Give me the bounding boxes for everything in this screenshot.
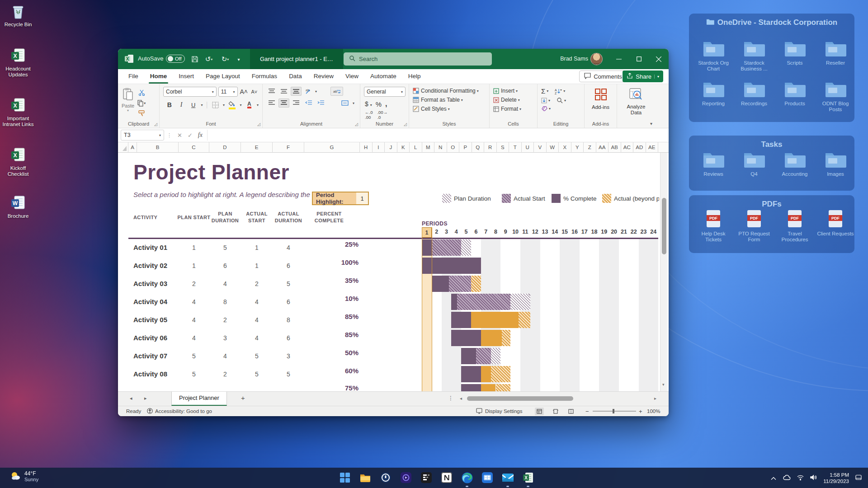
ribbon-tab-data[interactable]: Data xyxy=(283,69,308,84)
new-sheet-button[interactable]: + xyxy=(241,394,245,402)
next-sheet-arrow[interactable]: ▸ xyxy=(144,395,147,401)
cell-value[interactable]: 3 xyxy=(209,334,241,342)
font-dialog-launcher[interactable]: ◿ xyxy=(257,122,260,127)
column-header-AB[interactable]: AB xyxy=(609,142,621,153)
hscroll-thumb[interactable] xyxy=(467,396,573,401)
analyze-data-button[interactable]: Analyze Data xyxy=(624,88,648,116)
cell-value[interactable]: 4 xyxy=(176,316,212,324)
column-header-Y[interactable]: Y xyxy=(571,142,584,153)
vertical-scrollbar[interactable]: ▾ xyxy=(660,153,667,391)
column-header-F[interactable]: F xyxy=(273,142,304,153)
comments-button[interactable]: Comments xyxy=(579,70,627,82)
cell-percent[interactable]: 25% xyxy=(304,240,359,248)
autosum-button[interactable]: Σ▾ xyxy=(541,87,548,95)
quick-access-menu-icon[interactable]: ▾ xyxy=(235,55,243,63)
cell-activity-name[interactable]: Activity 08 xyxy=(133,370,167,378)
format-cells-button[interactable]: Format▾ xyxy=(493,106,533,112)
cell-value[interactable]: 3 xyxy=(273,352,304,360)
period-number-10[interactable]: 10 xyxy=(510,229,520,235)
merge-dropdown[interactable]: ▾ xyxy=(353,101,354,105)
ribbon-tab-page-layout[interactable]: Page Layout xyxy=(200,69,246,84)
confirm-entry-icon[interactable]: ✓ xyxy=(185,132,195,139)
comma-style-button[interactable]: , xyxy=(385,100,387,108)
excel-app-icon[interactable]: X xyxy=(124,54,134,64)
normal-view-button[interactable] xyxy=(535,408,544,415)
merge-center-button[interactable] xyxy=(339,99,351,108)
network-wifi-icon[interactable] xyxy=(797,474,804,482)
taskbar-icon-mail[interactable] xyxy=(500,470,515,485)
desktop-icon-headcount-updates[interactable]: XHeadcount Updates xyxy=(0,48,36,78)
ribbon-tab-view[interactable]: View xyxy=(340,69,364,84)
period-number-4[interactable]: 4 xyxy=(451,229,461,235)
increase-decimal-button[interactable]: ←.0.00 xyxy=(365,110,373,120)
page-layout-view-button[interactable] xyxy=(551,408,560,415)
cell-value[interactable]: 6 xyxy=(273,334,304,342)
align-middle-button[interactable] xyxy=(278,87,289,96)
desktop-icon-recycle-bin[interactable]: Recycle Bin xyxy=(0,4,36,28)
decrease-indent-button[interactable] xyxy=(303,99,314,108)
period-number-2[interactable]: 2 xyxy=(432,229,442,235)
taskbar-clock[interactable]: 1:58 PM 11/29/2023 xyxy=(823,472,849,484)
align-right-button[interactable] xyxy=(291,99,302,108)
column-header-AA[interactable]: AA xyxy=(596,142,609,153)
cell-value[interactable]: 5 xyxy=(273,371,304,378)
cell-value[interactable]: 4 xyxy=(241,298,273,305)
ribbon-tab-automate[interactable]: Automate xyxy=(364,69,402,84)
period-highlight-value[interactable]: 1 xyxy=(356,192,368,204)
fill-button[interactable]: ▾ xyxy=(541,97,550,103)
period-number-7[interactable]: 7 xyxy=(481,229,491,235)
fence-item-scripts[interactable]: Scripts xyxy=(775,40,815,66)
fill-color-dropdown[interactable]: ▾ xyxy=(240,103,242,107)
zoom-out-button[interactable]: − xyxy=(585,408,589,415)
cell-percent[interactable]: 50% xyxy=(304,349,359,357)
paste-button[interactable]: Paste ▾ xyxy=(122,87,134,117)
underline-button[interactable]: U xyxy=(189,101,198,109)
cell-value[interactable]: 4 xyxy=(176,334,212,342)
fence-item-pto-request-form[interactable]: PDFPTO Request Form xyxy=(734,210,774,243)
fence-item-odnt-blog-posts[interactable]: ODNT Blog Posts xyxy=(816,80,855,113)
fence-item-q4[interactable]: Q4 xyxy=(734,151,774,177)
cell-activity-name[interactable]: Activity 07 xyxy=(133,352,167,360)
cell-value[interactable]: 6 xyxy=(273,262,304,269)
clipboard-dialog-launcher[interactable]: ◿ xyxy=(154,122,157,127)
volume-icon[interactable] xyxy=(810,474,817,482)
vscroll-down-arrow[interactable]: ▾ xyxy=(662,382,665,387)
notification-center-icon[interactable] xyxy=(855,474,862,482)
increase-font-icon[interactable]: A˄ xyxy=(240,88,248,96)
taskbar-icon-windows-app[interactable] xyxy=(480,470,495,485)
column-header-H[interactable]: H xyxy=(360,142,373,153)
fence-item-stardock-business-[interactable]: Stardock Business ... xyxy=(734,40,774,72)
delete-cells-button[interactable]: Delete▾ xyxy=(493,97,533,103)
cell-value[interactable]: 8 xyxy=(209,298,241,305)
cell-value[interactable]: 2 xyxy=(176,280,212,287)
display-settings-label[interactable]: Display Settings xyxy=(485,408,522,414)
cell-value[interactable]: 6 xyxy=(273,298,304,305)
desktop-icon-kickoff-checklist[interactable]: XKickoff Checklist xyxy=(0,147,36,177)
column-header-C[interactable]: C xyxy=(179,142,209,153)
ribbon-tab-help[interactable]: Help xyxy=(402,69,427,84)
tab-overflow-menu-icon[interactable]: ⋮ xyxy=(448,395,453,401)
display-settings-icon[interactable] xyxy=(476,408,482,414)
column-header-I[interactable]: I xyxy=(373,142,385,153)
save-icon[interactable] xyxy=(189,54,200,65)
name-box[interactable]: T3▾ xyxy=(121,130,164,141)
sheet-canvas[interactable]: Project PlannerSelect a period to highli… xyxy=(118,153,659,391)
zoom-level[interactable]: 100% xyxy=(647,408,660,414)
cell-activity-name[interactable]: Activity 06 xyxy=(133,334,167,342)
zoom-in-button[interactable]: + xyxy=(639,408,642,415)
period-number-12[interactable]: 12 xyxy=(530,229,540,235)
cell-percent[interactable]: 60% xyxy=(304,367,359,375)
decrease-decimal-button[interactable]: .00→.0 xyxy=(377,110,387,120)
period-number-21[interactable]: 21 xyxy=(619,229,629,235)
ribbon-tab-home[interactable]: Home xyxy=(144,69,173,84)
italic-button[interactable]: I xyxy=(177,101,185,109)
orientation-dropdown[interactable]: ▾ xyxy=(315,89,317,94)
font-color-button[interactable]: A xyxy=(245,101,254,109)
format-painter-icon[interactable] xyxy=(137,109,146,117)
fence-item-reseller[interactable]: Reseller xyxy=(816,40,855,66)
autosave-toggle[interactable]: Off xyxy=(166,55,185,63)
period-number-14[interactable]: 14 xyxy=(550,229,560,235)
column-header-AC[interactable]: AC xyxy=(621,142,634,153)
hscroll-right-arrow[interactable]: ▸ xyxy=(654,396,656,401)
column-header-W[interactable]: W xyxy=(547,142,559,153)
